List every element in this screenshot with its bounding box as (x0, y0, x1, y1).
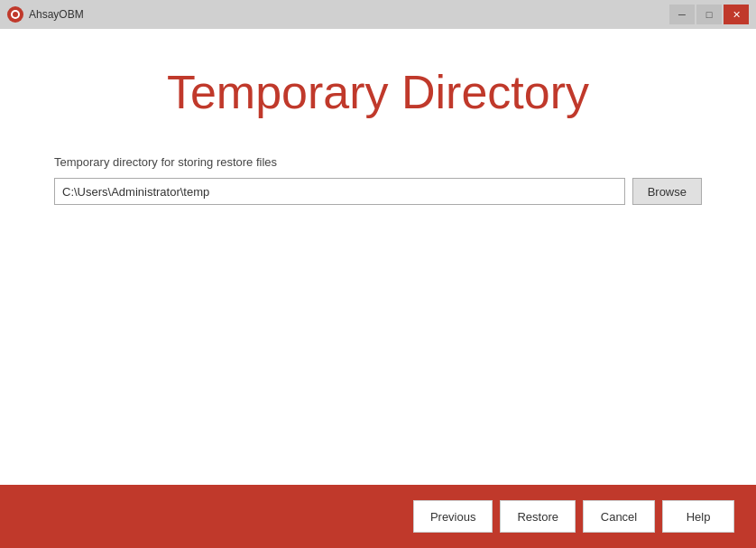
svg-point-1 (13, 12, 18, 17)
title-bar-left: AhsayOBM (7, 6, 84, 23)
close-button[interactable]: ✕ (724, 5, 749, 24)
window-title: AhsayOBM (29, 8, 84, 21)
cancel-button[interactable]: Cancel (583, 500, 655, 533)
page-title: Temporary Directory (54, 65, 702, 119)
browse-button[interactable]: Browse (632, 178, 702, 205)
temp-directory-input[interactable] (54, 178, 625, 205)
input-row: Browse (54, 178, 702, 205)
restore-button[interactable]: Restore (500, 500, 576, 533)
window-controls: ─ □ ✕ (669, 5, 749, 24)
title-bar: AhsayOBM ─ □ ✕ (0, 0, 756, 29)
maximize-button[interactable]: □ (696, 5, 722, 24)
footer: Previous Restore Cancel Help (0, 485, 756, 548)
form-label: Temporary directory for storing restore … (54, 155, 702, 169)
minimize-button[interactable]: ─ (669, 5, 695, 24)
main-content: Temporary Directory Temporary directory … (0, 29, 756, 485)
app-icon (7, 6, 23, 23)
help-button[interactable]: Help (662, 500, 734, 533)
form-section: Temporary directory for storing restore … (54, 155, 702, 205)
previous-button[interactable]: Previous (413, 500, 493, 533)
